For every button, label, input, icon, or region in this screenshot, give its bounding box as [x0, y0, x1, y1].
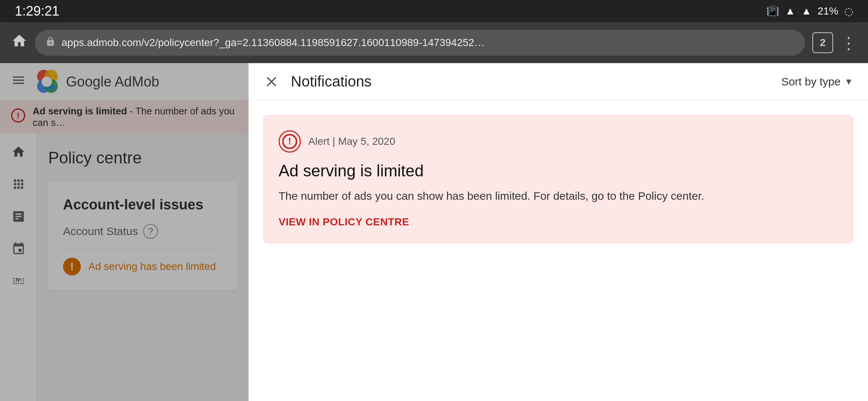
notifications-body: ! Alert | May 5, 2020 Ad serving is limi…	[249, 100, 868, 401]
status-bar: 1:29:21 📳 ▲ ▲ 21% ◌	[0, 0, 868, 22]
notifications-header: Notifications Sort by type ▼	[249, 63, 868, 100]
lock-icon	[45, 36, 56, 50]
notif-card-header: ! Alert | May 5, 2020	[279, 130, 838, 153]
address-bar[interactable]: apps.admob.com/v2/policycenter?_ga=2.113…	[35, 30, 805, 56]
notif-card-title: Ad serving is limited	[279, 162, 838, 180]
admob-overlay	[0, 63, 249, 401]
admob-panel: Google AdMob ! Ad serving is limited - T…	[0, 63, 249, 401]
notification-card: ! Alert | May 5, 2020 Ad serving is limi…	[263, 115, 853, 243]
main-content: Google AdMob ! Ad serving is limited - T…	[0, 63, 868, 401]
alert-circle-icon: !	[279, 130, 301, 153]
status-time: 1:29:21	[15, 3, 59, 19]
notifications-title: Notifications	[291, 73, 770, 90]
more-menu-icon[interactable]: ⋮	[841, 33, 857, 52]
battery-level: 21%	[818, 5, 838, 17]
close-button[interactable]	[263, 74, 280, 90]
sort-label: Sort by type	[781, 75, 841, 88]
address-text: apps.admob.com/v2/policycenter?_ga=2.113…	[62, 37, 795, 49]
loading-icon: ◌	[844, 5, 853, 17]
signal-icon: ▲	[801, 5, 812, 17]
browser-bar: apps.admob.com/v2/policycenter?_ga=2.113…	[0, 22, 868, 63]
tab-count[interactable]: 2	[812, 32, 833, 53]
chevron-down-icon: ▼	[844, 76, 853, 87]
svg-text:!: !	[288, 136, 291, 146]
wifi-icon: ▲	[785, 5, 796, 17]
view-policy-centre-link[interactable]: VIEW IN POLICY CENTRE	[279, 216, 409, 228]
notifications-panel: Notifications Sort by type ▼ ! Alert | M…	[249, 63, 868, 401]
sort-by-type-button[interactable]: Sort by type ▼	[781, 75, 853, 88]
vibrate-icon: 📳	[766, 5, 779, 17]
status-icons: 📳 ▲ ▲ 21% ◌	[766, 5, 853, 17]
notif-meta: Alert | May 5, 2020	[308, 136, 395, 147]
home-icon[interactable]	[11, 33, 27, 53]
notif-card-body: The number of ads you can show has been …	[279, 188, 838, 204]
